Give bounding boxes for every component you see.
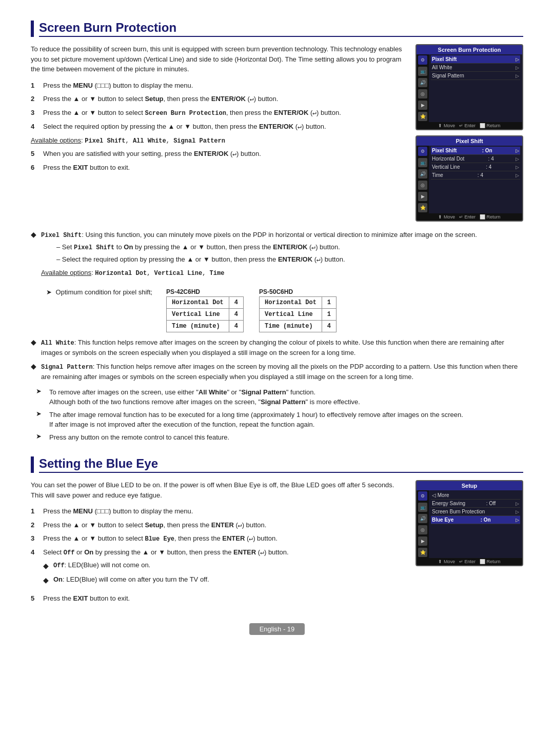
s2-step-2-num: 2: [31, 520, 39, 530]
tv-icon-settings: ⚙: [418, 55, 427, 65]
step-3-num: 3: [31, 108, 39, 118]
tv-icon-be-2: 📺: [418, 503, 427, 512]
tv-screen2-footer: ⬆ Move ↵ Enter ⬜ Return: [417, 213, 522, 221]
s2-step-1: 1 Press the MENU (□□□) button to display…: [31, 506, 406, 516]
tv-screen1: Screen Burn Protection ⚙ 📺 🔊 ◎ ▶ ⭐: [416, 44, 523, 130]
section1-intro-area: To reduce the possibility of screen burn…: [31, 44, 523, 222]
table-cell-val: 1: [322, 296, 336, 308]
tv-icon2-3: 🔊: [418, 169, 427, 178]
tv-icon-5: ▶: [418, 101, 427, 110]
tv-screen1-footer: ⬆ Move ↵ Enter ⬜ Return: [417, 122, 522, 129]
s2-step-4-text: Select Off or On by pressing the ▲ or ▼ …: [43, 547, 406, 590]
page-number-badge: English - 19: [249, 623, 305, 635]
step-3-text: Press the ▲ or ▼ button to select Screen…: [43, 108, 406, 118]
table-row: Horizontal Dot 1: [260, 296, 337, 308]
tv-screen2-inner: Pixel Shift ⚙ 📺 🔊 ◎ ▶ ⭐ Pixel Shi: [417, 136, 522, 221]
note1-arrow-icon: ➤: [36, 387, 45, 395]
tv-screen2-icons: ⚙ 📺 🔊 ◎ ▶ ⭐: [417, 146, 429, 213]
step-1: 1 Press the MENU (□□□) button to display…: [31, 81, 406, 91]
avail-options-pixelshift: Available options: Horizontal Dot, Verti…: [41, 268, 523, 278]
tv-icon-3: 🔊: [418, 78, 427, 87]
tv-be-energysaving: Energy Saving: Off▷: [431, 500, 520, 508]
table-row: Time (minute) 4: [167, 320, 244, 332]
note3-arrow-icon: ➤: [36, 432, 45, 440]
table-cell-val: 4: [229, 308, 243, 320]
pixel-table-section: ➤ Optimum condition for pixel shift; PS-…: [41, 286, 523, 332]
s2-step-4: 4 Select Off or On by pressing the ▲ or …: [31, 547, 406, 590]
bullet-signalpattern-text: Signal Pattern: This function helps remo…: [41, 362, 523, 382]
tv-menu-item-allwhite: All White▷: [431, 64, 520, 72]
step-4-num: 4: [31, 122, 39, 132]
pixelshift-sub-bullets: – Set Pixel Shift to On by pressing the …: [56, 242, 523, 265]
note2-text: The after image removal function has to …: [49, 410, 523, 430]
tv-screen2-title: Pixel Shift: [417, 136, 522, 146]
table-50-caption: PS-50C6HD: [259, 288, 337, 296]
pixel-tables: PS-42C6HD Horizontal Dot 4 Vertical Line…: [166, 288, 337, 332]
table-cell-val: 4: [229, 296, 243, 308]
s2-step-1-text: Press the MENU (□□□) button to display t…: [43, 506, 406, 516]
section1-intro: To reduce the possibility of screen burn…: [31, 44, 406, 222]
tv-screen1-icons: ⚙ 📺 🔊 ◎ ▶ ⭐: [417, 54, 429, 122]
tv-screen-blueeye-items: ◁ More Energy Saving: Off▷ Screen Burn P…: [429, 490, 522, 558]
optimum-row: ➤ Optimum condition for pixel shift; PS-…: [46, 286, 523, 332]
s2-off-text: Off: LED(Blue) will not come on.: [53, 560, 406, 570]
table-cell: Horizontal Dot: [260, 296, 322, 308]
tv-screen-blueeye-inner: Setup ⚙ 📺 🔊 ◎ ▶ ⭐ ◁ More: [417, 481, 522, 565]
step-1-num: 1: [31, 81, 39, 91]
note3-text: Press any button on the remote control t…: [49, 432, 523, 443]
tv-screen1-body: ⚙ 📺 🔊 ◎ ▶ ⭐ Pixel Shift▷: [417, 54, 522, 122]
tv-icon2-4: ◎: [418, 181, 427, 190]
bullet-signalpattern: ◆ Signal Pattern: This function helps re…: [31, 362, 523, 382]
section1-header: Screen Burn Protection: [31, 21, 523, 37]
pixel-table-42: PS-42C6HD Horizontal Dot 4 Vertical Line…: [166, 288, 244, 332]
tv-icon-be-5: ▶: [418, 536, 427, 546]
section2-header: Setting the Blue Eye: [31, 456, 523, 473]
s2-bullet-on: ◆ On: LED(Blue) will come on after you t…: [43, 574, 406, 586]
step-4: 4 Select the required option by pressing…: [31, 122, 406, 132]
step-2-num: 2: [31, 94, 39, 104]
s2-step-3: 3 Press the ▲ or ▼ button to select Blue…: [31, 533, 406, 544]
table-cell: Time (minute): [167, 320, 229, 332]
tv-menu-item-signalpattern: Signal Pattern▷: [431, 72, 520, 80]
tv-screen-blueeye-title: Setup: [417, 481, 522, 490]
section1-title: Screen Burn Protection: [39, 21, 523, 37]
diamond-icon-on: ◆: [43, 575, 50, 586]
tv-icon2-settings: ⚙: [418, 147, 427, 156]
optimum-label: ➤ Optimum condition for pixel shift;: [46, 286, 159, 296]
s2-step-2-text: Press the ▲ or ▼ button to select Setup,…: [43, 520, 406, 530]
bullet-allwhite: ◆ All White: This function helps remove …: [31, 337, 523, 358]
step-2: 2 Press the ▲ or ▼ button to select Setu…: [31, 94, 406, 104]
tv-screen1-inner: Screen Burn Protection ⚙ 📺 🔊 ◎ ▶ ⭐: [417, 45, 522, 129]
section1: Screen Burn Protection To reduce the pos…: [31, 21, 523, 442]
page-footer: English - 19: [31, 623, 523, 635]
tv-icon-be-6: ⭐: [418, 548, 427, 557]
tv-screen1-title: Screen Burn Protection: [417, 45, 522, 54]
table-cell-val: 1: [322, 308, 336, 320]
tv-menu2-item-vline: Vertical Line: 4▷: [431, 163, 520, 171]
tv-screen2-body: ⚙ 📺 🔊 ◎ ▶ ⭐ Pixel Shift: On▷: [417, 146, 522, 213]
diamond-icon-signalpattern: ◆: [31, 362, 38, 370]
section2-intro-text: You can set the power of Blue LED to be …: [31, 480, 406, 500]
step-5: 5 When you are satisfied with your setti…: [31, 149, 406, 159]
section1-steps-5-6: 5 When you are satisfied with your setti…: [31, 149, 406, 172]
bullet-allwhite-text: All White: This function helps remove af…: [41, 337, 523, 358]
tv-icon-2: 📺: [418, 67, 427, 76]
bullet-pixelshift: ◆ Pixel Shift: Using this function, you …: [31, 230, 523, 281]
pixelshift-sub2: – Select the required option by pressing…: [56, 254, 523, 265]
table-42-caption: PS-42C6HD: [166, 288, 244, 296]
arrow-right-icon: ➤: [46, 288, 52, 296]
avail-options-4: Available options: Pixel Shift, All Whit…: [31, 135, 406, 146]
step-6: 6 Press the EXIT button to exit.: [31, 163, 406, 173]
tv-icon-be-3: 🔊: [418, 514, 427, 523]
section2-steps: 1 Press the MENU (□□□) button to display…: [31, 506, 406, 604]
table-cell-val: 4: [229, 320, 243, 332]
tv-menu2-item-hdot: Horizontal Dot: 4▷: [431, 155, 520, 163]
table-cell-val: 4: [322, 320, 336, 332]
note2-arrow-icon: ➤: [36, 410, 45, 417]
tv-icon-6: ⭐: [418, 112, 427, 121]
tv-icon2-5: ▶: [418, 192, 427, 201]
tv-screens-section1: Screen Burn Protection ⚙ 📺 🔊 ◎ ▶ ⭐: [416, 44, 523, 222]
tv-be-screenburn: Screen Burn Protection▷: [431, 508, 520, 516]
s2-on-text: On: LED(Blue) will come on after you tur…: [53, 574, 406, 585]
step-3: 3 Press the ▲ or ▼ button to select Scre…: [31, 108, 406, 118]
